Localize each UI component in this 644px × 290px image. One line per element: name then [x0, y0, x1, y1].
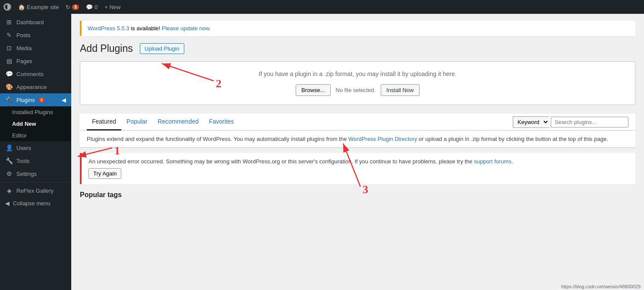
comments-icon: 💬: [86, 4, 93, 10]
tab-recommended[interactable]: Recommended: [152, 114, 204, 131]
submenu-installed-plugins[interactable]: Installed Plugins: [0, 106, 71, 118]
try-again-button[interactable]: Try Again: [88, 168, 121, 179]
submenu-editor[interactable]: Editor: [0, 130, 71, 141]
error-box: An unexpected error occurred. Something …: [80, 153, 635, 184]
users-icon: 👤: [5, 144, 13, 151]
upload-description: If you have a plugin in a .zip format, y…: [91, 70, 625, 77]
dashboard-icon: ⊞: [5, 19, 13, 25]
collapse-menu[interactable]: ◀ Collapse menu: [0, 197, 71, 210]
updates-bar[interactable]: ↻ 6: [66, 4, 79, 10]
tab-search: Keyword: [513, 116, 628, 128]
status-bar: https://blog.csdn.net/weixin/48800029: [558, 283, 644, 290]
collapse-icon: ◀: [5, 200, 9, 207]
sidebar-item-media[interactable]: ⊡ Media: [0, 41, 71, 54]
page-header: Add Plugins Upload Plugin: [80, 43, 635, 54]
plugins-submenu: Installed Plugins Add New Editor: [0, 106, 71, 141]
install-now-button[interactable]: Install Now: [381, 84, 420, 96]
admin-bar: 🏠 Example site ↻ 6 💬 0 + New: [0, 0, 644, 14]
sidebar-item-reflex-gallery[interactable]: ◈ ReFlex Gallery: [0, 184, 71, 197]
browse-button[interactable]: Browse...: [296, 84, 330, 96]
popular-tags-title: Popular tags: [80, 191, 635, 199]
search-type-dropdown[interactable]: Keyword: [513, 116, 549, 128]
update-notice: WordPress 5.5.3 is available! Please upd…: [80, 21, 635, 36]
settings-icon: ⚙: [5, 170, 13, 177]
no-file-text: No file selected.: [336, 87, 376, 93]
submenu-add-new[interactable]: Add New: [0, 118, 71, 130]
site-name-bar[interactable]: 🏠 Example site: [18, 4, 59, 10]
main-wrapper: 1 2 3 WordPress 5.5.3 is available! Plea…: [71, 14, 644, 290]
sidebar-item-plugins[interactable]: 🔌 Plugins 2 ◀: [0, 93, 71, 106]
plugin-tabs: Featured Popular Recommended Favorites K…: [80, 114, 635, 131]
plugins-icon: 🔌: [5, 96, 13, 103]
info-text: Plugins extend and expand the functional…: [80, 131, 635, 148]
tab-featured[interactable]: Featured: [87, 114, 121, 131]
updates-icon: ↻: [66, 4, 70, 10]
sidebar-item-tools[interactable]: 🔧 Tools: [0, 154, 71, 167]
update-now-link[interactable]: Please update now.: [162, 25, 211, 32]
upload-form: Browse... No file selected. Install Now: [91, 84, 625, 96]
new-bar[interactable]: + New: [104, 4, 120, 10]
upload-area: If you have a plugin in a .zip format, y…: [80, 61, 635, 105]
comments-bar[interactable]: 💬 0: [86, 4, 98, 10]
appearance-icon: 🎨: [5, 83, 13, 90]
sidebar-item-posts[interactable]: ✎ Posts: [0, 29, 71, 41]
pages-icon: ▤: [5, 57, 13, 64]
tab-popular[interactable]: Popular: [121, 114, 152, 131]
tools-icon: 🔧: [5, 157, 13, 164]
upload-plugin-button[interactable]: Upload Plugin: [140, 43, 184, 54]
comments-sidebar-icon: 💬: [5, 70, 13, 77]
sidebar-item-pages[interactable]: ▤ Pages: [0, 54, 71, 67]
wp-version-link[interactable]: WordPress 5.5.3: [88, 25, 129, 32]
page-title: Add Plugins: [80, 43, 133, 54]
plugin-directory-link[interactable]: WordPress Plugin Directory: [348, 136, 417, 142]
sidebar-item-dashboard[interactable]: ⊞ Dashboard: [0, 16, 71, 29]
sidebar-item-users[interactable]: 👤 Users: [0, 141, 71, 154]
tab-favorites[interactable]: Favorites: [204, 114, 239, 131]
search-input[interactable]: [551, 117, 628, 127]
sidebar: ⊞ Dashboard ✎ Posts ⊡ Media ▤ Pages 💬 Co…: [0, 14, 71, 290]
sidebar-item-settings[interactable]: ⚙ Settings: [0, 167, 71, 180]
reflex-gallery-icon: ◈: [5, 187, 13, 194]
posts-icon: ✎: [5, 32, 13, 38]
wp-logo-bar[interactable]: [3, 3, 11, 11]
media-icon: ⊡: [5, 45, 13, 51]
sidebar-item-comments[interactable]: 💬 Comments: [0, 67, 71, 80]
support-forums-link[interactable]: support forums: [474, 158, 511, 165]
sidebar-item-appearance[interactable]: 🎨 Appearance: [0, 80, 71, 93]
content-area: WordPress 5.5.3 is available! Please upd…: [71, 14, 644, 290]
